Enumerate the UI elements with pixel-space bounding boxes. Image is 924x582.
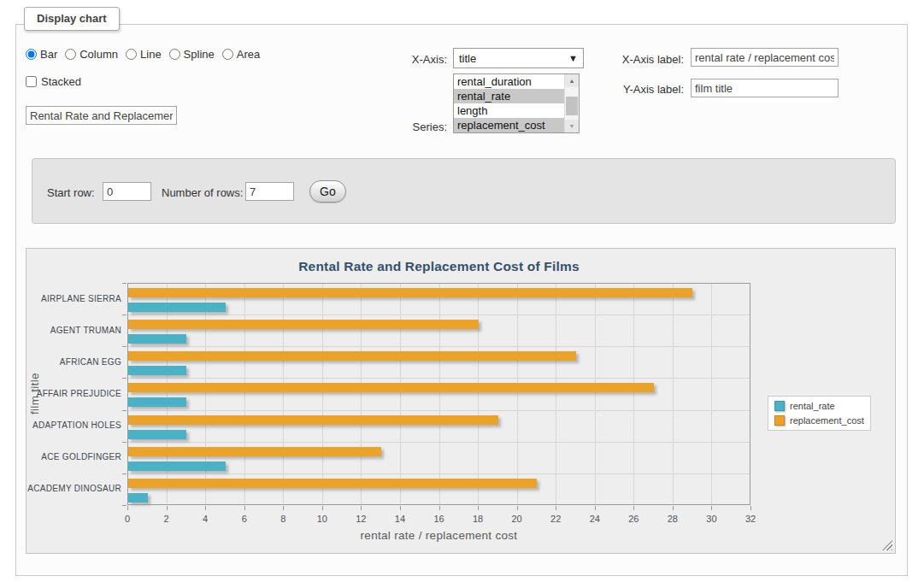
x-tick-label: 26 [618,514,649,524]
scrollbar-thumb[interactable] [566,97,578,115]
x-tick-mark [478,506,479,510]
series-option-length[interactable]: length [454,103,564,118]
series-option-rental_duration[interactable]: rental_duration [454,74,564,89]
stacked-row: Stacked [26,75,81,88]
x-tick-label: 30 [696,514,727,524]
x-tick-label: 12 [345,514,376,524]
series-listbox[interactable]: rental_durationrental_ratelengthreplacem… [453,73,580,133]
chart-type-radio-group: BarColumnLineSplineArea [26,48,260,61]
series-listbox-scrollbar[interactable]: ▲ ▼ [564,74,579,132]
x-tick-label: 28 [657,514,688,524]
legend-swatch-icon [774,401,785,411]
stacked-label: Stacked [41,75,81,88]
chart-type-radio-column[interactable] [65,49,76,60]
y-tick-mark [122,315,127,315]
y-tick-mark [122,505,127,506]
stacked-checkbox[interactable] [26,76,37,87]
x-tick-label: 24 [580,514,610,524]
series-listbox-label: Series: [376,121,447,133]
chart-type-option-label: Line [140,48,162,61]
y-axis-label-input[interactable] [691,79,839,97]
legend-label: rental_rate [790,401,835,411]
chart-type-option-label: Spline [184,48,215,61]
start-row-input[interactable] [103,182,151,201]
chart-type-option-spline[interactable]: Spline [169,48,215,61]
x-tick-mark [167,506,168,510]
chart-type-radio-bar[interactable] [26,49,37,60]
chart-type-radio-line[interactable] [126,49,137,60]
x-tick-mark [244,506,245,510]
x-tick-mark [633,506,634,510]
x-tick-mark [750,506,751,510]
x-axis-select-label: X-Axis: [376,53,447,66]
legend-label: replacement_cost [790,415,864,426]
x-tick-label: 10 [307,514,338,524]
x-tick-label: 2 [151,514,182,524]
y-axis-label-field-label: Y-Axis label: [598,83,684,96]
x-tick-mark [205,506,206,510]
plot-area-border [127,283,750,505]
scroll-down-icon[interactable]: ▼ [565,120,579,132]
start-row-label: Start row: [47,186,95,199]
x-axis-label-input[interactable] [691,48,839,67]
y-tick-mark [122,410,127,411]
scroll-up-icon[interactable]: ▲ [565,74,579,87]
x-tick-label: 4 [190,514,221,524]
y-tick-mark [122,442,127,443]
y-axis-title: film title [28,283,42,505]
x-axis-select[interactable]: title ▼ [453,48,584,68]
x-tick-label: 20 [502,514,533,524]
x-axis-label-field-label: X-Axis label: [598,53,684,66]
y-tick-mark [122,346,127,347]
x-tick-label: 14 [385,514,415,524]
x-tick-mark [283,506,284,510]
legend-swatch-icon [774,415,785,426]
chart-title-input[interactable] [26,106,177,125]
x-tick-mark [361,506,362,510]
chart-type-radio-spline[interactable] [169,49,180,60]
x-axis-title: rental rate / replacement cost [127,529,750,542]
go-button[interactable]: Go [309,180,346,203]
x-tick-mark [127,506,128,510]
chart-type-option-column[interactable]: Column [65,48,118,61]
series-listbox-options: rental_durationrental_ratelengthreplacem… [454,74,564,132]
dropdown-arrow-icon: ▼ [568,53,578,63]
legend-item-rental_rate: rental_rate [774,401,864,411]
chart-type-option-area[interactable]: Area [222,48,260,61]
chart-type-option-bar[interactable]: Bar [26,48,57,61]
chart-type-option-label: Bar [40,48,57,61]
chart-type-option-line[interactable]: Line [126,48,162,61]
x-tick-label: 16 [424,514,455,524]
chart-type-radio-area[interactable] [222,49,233,60]
series-option-rental_rate[interactable]: rental_rate [454,89,564,103]
display-chart-tab[interactable]: Display chart [24,7,120,31]
y-tick-mark [122,378,127,379]
y-tick-mark [122,473,127,474]
x-tick-label: 32 [735,514,766,524]
x-tick-mark [595,506,596,510]
x-tick-mark [673,506,674,510]
x-tick-mark [439,506,440,510]
legend-item-replacement_cost: replacement_cost [774,415,864,426]
x-tick-label: 18 [462,514,493,524]
x-tick-label: 22 [540,514,571,524]
x-tick-mark [517,506,518,510]
series-option-replacement_cost[interactable]: replacement_cost [454,118,564,132]
x-tick-label: 0 [112,514,143,524]
x-tick-label: 8 [268,514,298,524]
chart-panel: Rental Rate and Replacement Cost of Film… [26,248,896,554]
number-of-rows-input[interactable] [245,182,294,201]
chart-legend: rental_ratereplacement_cost [768,396,871,431]
number-of-rows-label: Number of rows: [162,186,243,199]
x-tick-mark [322,506,323,510]
x-axis-selected-value: title [459,52,476,65]
x-tick-mark [400,506,401,510]
chart-builder-page: Display chart BarColumnLineSplineArea St… [0,0,924,582]
chart-type-option-label: Area [237,48,260,61]
chart-type-option-label: Column [79,48,118,61]
x-tick-label: 6 [229,514,260,524]
x-tick-mark [711,506,712,510]
y-tick-mark [122,283,127,284]
x-tick-mark [556,506,556,510]
